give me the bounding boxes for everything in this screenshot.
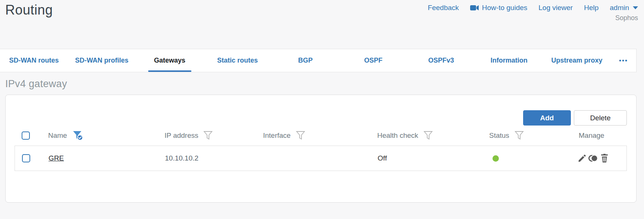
row-checkbox[interactable] xyxy=(22,154,30,162)
filter-icon[interactable] xyxy=(515,131,524,140)
column-header-status: Status xyxy=(489,131,509,140)
edit-icon[interactable] xyxy=(578,154,587,163)
howto-guides-label: How-to guides xyxy=(482,4,527,12)
clone-icon[interactable] xyxy=(588,154,598,163)
tab-sdwan-profiles[interactable]: SD-WAN profiles xyxy=(68,49,136,72)
log-viewer-link[interactable]: Log viewer xyxy=(538,4,573,12)
log-viewer-label: Log viewer xyxy=(538,4,573,12)
filter-icon[interactable] xyxy=(296,131,306,140)
column-header-ip-address: IP address xyxy=(165,131,198,140)
page-header: Routing Feedback How-to guides Log viewe… xyxy=(0,0,644,49)
add-button[interactable]: Add xyxy=(523,110,571,126)
table-header: Name IP address Interface Health check xyxy=(15,126,627,146)
video-camera-icon xyxy=(470,5,479,11)
delete-icon[interactable] xyxy=(600,154,609,163)
table-body: GRE 10.10.10.2 Off xyxy=(15,146,627,171)
select-all-checkbox[interactable] xyxy=(22,131,30,140)
admin-label: admin xyxy=(610,4,629,12)
page-title: Routing xyxy=(5,2,53,18)
tab-sdwan-routes[interactable]: SD-WAN routes xyxy=(0,49,68,72)
help-link[interactable]: Help xyxy=(584,4,598,12)
tab-ospfv3[interactable]: OSPFv3 xyxy=(407,49,475,72)
column-header-manage: Manage xyxy=(579,131,604,140)
filter-icon[interactable] xyxy=(203,131,213,140)
help-label: Help xyxy=(584,4,598,12)
chevron-down-icon xyxy=(633,6,638,9)
tab-bar: SD-WAN routes SD-WAN profiles Gateways S… xyxy=(0,49,637,72)
feedback-link[interactable]: Feedback xyxy=(428,4,459,12)
admin-menu[interactable]: admin xyxy=(610,4,638,12)
tab-information[interactable]: Information xyxy=(475,49,543,72)
gateway-table-card: Add Delete Name IP address Interface xyxy=(5,95,637,203)
filter-active-icon[interactable] xyxy=(72,130,84,141)
top-navigation: Feedback How-to guides Log viewer Help a… xyxy=(428,2,638,22)
gateway-health-check: Off xyxy=(375,154,487,162)
status-dot xyxy=(493,155,499,162)
tab-static-routes[interactable]: Static routes xyxy=(204,49,272,72)
column-header-name: Name xyxy=(48,131,67,140)
tab-upstream-proxy[interactable]: Upstream proxy xyxy=(543,49,611,72)
manage-actions xyxy=(576,154,626,163)
section-title: IPv4 gateway xyxy=(5,78,644,90)
tab-ospf[interactable]: OSPF xyxy=(339,49,407,72)
column-header-interface: Interface xyxy=(263,131,291,140)
tab-gateways[interactable]: Gateways xyxy=(136,49,204,72)
howto-guides-link[interactable]: How-to guides xyxy=(470,4,527,12)
tab-bgp[interactable]: BGP xyxy=(272,49,340,72)
feedback-label: Feedback xyxy=(428,4,459,12)
gateway-ip-address: 10.10.10.2 xyxy=(162,154,260,162)
gateway-name-link[interactable]: GRE xyxy=(49,154,64,162)
more-tabs-button[interactable]: ••• xyxy=(611,49,636,72)
delete-button[interactable]: Delete xyxy=(574,110,627,126)
filter-icon[interactable] xyxy=(423,131,433,140)
table-row: GRE 10.10.10.2 Off xyxy=(15,146,626,171)
column-header-health-check: Health check xyxy=(377,131,418,140)
brand-label: Sophos xyxy=(615,14,638,22)
table-toolbar: Add Delete xyxy=(15,110,627,126)
